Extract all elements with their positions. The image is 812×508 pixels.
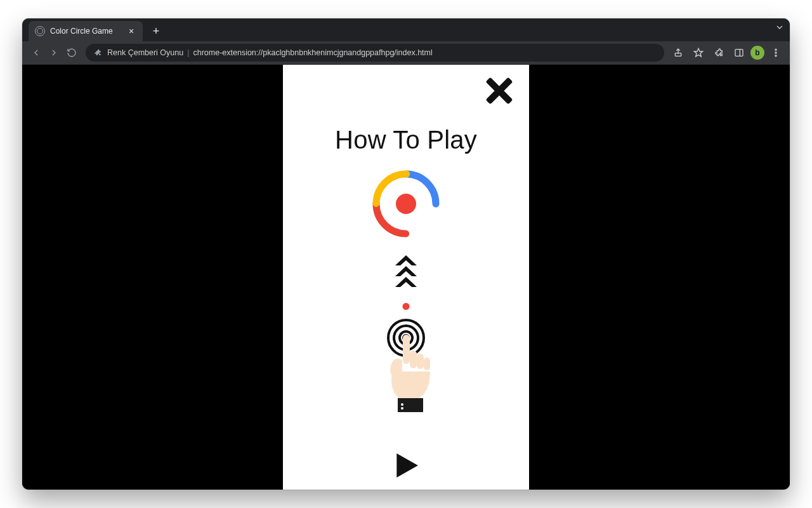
omnibox-site-label: Renk Çemberi Oyunu xyxy=(107,48,183,57)
svg-marker-16 xyxy=(395,277,417,287)
svg-rect-23 xyxy=(417,354,424,369)
profile-avatar[interactable]: b xyxy=(750,46,764,60)
reload-button[interactable] xyxy=(63,44,81,62)
svg-rect-24 xyxy=(424,358,430,370)
side-panel-button[interactable] xyxy=(730,44,748,62)
svg-marker-28 xyxy=(396,453,418,478)
play-button[interactable] xyxy=(393,452,419,481)
projectile-dot-icon xyxy=(403,303,410,310)
svg-point-5 xyxy=(775,52,776,53)
back-button[interactable] xyxy=(27,44,45,62)
browser-window: Color Circle Game × + Renk Çemberi Oyunu… xyxy=(22,18,790,490)
toolbar-right: b xyxy=(669,44,785,62)
tab-title: Color Circle Game xyxy=(50,27,122,36)
forward-button[interactable] xyxy=(45,44,63,62)
tab-color-circle-game[interactable]: Color Circle Game × xyxy=(29,21,143,41)
svg-rect-21 xyxy=(403,335,410,364)
tab-strip: Color Circle Game × + xyxy=(22,18,790,41)
svg-point-26 xyxy=(401,403,403,406)
tab-favicon-globe-icon xyxy=(35,26,45,36)
window-expand-chevron-icon[interactable] xyxy=(775,22,785,35)
new-tab-button[interactable]: + xyxy=(148,23,164,39)
svg-point-4 xyxy=(775,49,776,50)
close-tab-button[interactable]: × xyxy=(126,26,136,36)
how-to-play-title: How To Play xyxy=(283,126,529,154)
omnibox-url-path: chrome-extension://pkaclghbnbnkhenimcjgn… xyxy=(193,48,432,57)
svg-point-6 xyxy=(775,55,776,57)
address-bar[interactable]: Renk Çemberi Oyunu | chrome-extension://… xyxy=(86,44,664,62)
svg-marker-1 xyxy=(694,48,702,57)
play-icon xyxy=(393,452,419,479)
color-wheel-icon xyxy=(369,166,443,244)
game-panel: How To Play xyxy=(283,65,529,490)
extensions-button[interactable] xyxy=(710,44,728,62)
kebab-menu-button[interactable] xyxy=(767,44,785,62)
share-button[interactable] xyxy=(669,44,687,62)
svg-rect-2 xyxy=(735,50,743,57)
toolbar: Renk Çemberi Oyunu | chrome-extension://… xyxy=(22,41,790,65)
bookmark-star-button[interactable] xyxy=(690,44,707,62)
svg-point-13 xyxy=(396,194,416,214)
svg-point-27 xyxy=(401,407,403,410)
profile-initial: b xyxy=(755,48,759,57)
close-icon xyxy=(486,77,513,104)
up-chevrons-icon xyxy=(393,255,419,290)
close-button[interactable] xyxy=(486,77,513,107)
omnibox-separator: | xyxy=(187,48,189,57)
page-viewport: How To Play xyxy=(22,65,790,490)
svg-marker-15 xyxy=(395,266,417,276)
tap-hand-icon xyxy=(371,316,441,420)
svg-marker-14 xyxy=(395,255,417,265)
extension-puzzle-icon xyxy=(93,48,102,57)
svg-rect-22 xyxy=(410,351,417,368)
